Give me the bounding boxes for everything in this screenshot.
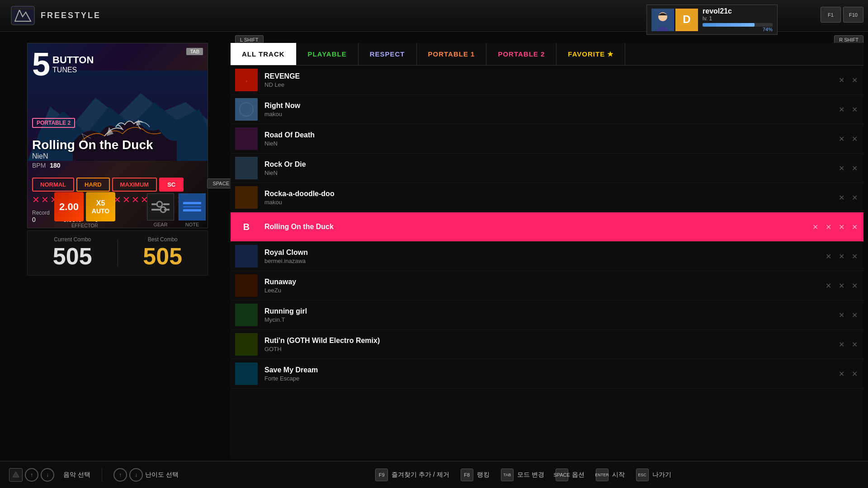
track-action-1[interactable]: ✕ [837, 192, 846, 203]
track-action-1[interactable]: ✕ [837, 368, 846, 380]
track-action-1[interactable]: ✕ [824, 251, 833, 262]
track-item[interactable]: Running girl Mycin.T ✕ ✕ [231, 300, 863, 330]
track-name: Ruti'n (GOTH Wild Electro Remix) [264, 337, 830, 345]
tab-badge[interactable]: TAB [186, 48, 203, 55]
track-name: Right Now [264, 102, 830, 110]
track-item[interactable]: Rock Or Die NieN ✕ ✕ [231, 154, 863, 183]
track-action-2[interactable]: ✕ [850, 104, 859, 115]
bottom-controls: SPACE 2.00 X5 AUTO EFFECTOR [54, 192, 235, 228]
track-name: Running girl [264, 307, 830, 315]
track-action-1[interactable]: ✕ [837, 104, 846, 115]
track-thumbnail [235, 186, 258, 209]
track-item[interactable]: Rocka-a-doodle-doo makou ✕ ✕ [231, 183, 863, 212]
track-action-2[interactable]: ✕ [850, 163, 859, 174]
note-icon-box[interactable] [179, 193, 206, 221]
normal-button[interactable]: NORMAL [32, 178, 74, 192]
enter-key[interactable]: ENTER [596, 469, 609, 481]
track-action-1[interactable]: ✕ [811, 221, 820, 233]
track-action-1[interactable]: ✕ [837, 339, 846, 350]
track-action-2[interactable]: ✕ [850, 192, 859, 203]
tunes-label: TUNES [52, 66, 94, 74]
track-action-3[interactable]: ✕ [850, 251, 859, 262]
track-actions: ✕ ✕ [837, 133, 859, 145]
space-key[interactable]: SPACE [556, 469, 568, 481]
song-title-area: Rolling On the Duck NieN BPM 180 [32, 138, 153, 169]
nav-f8[interactable]: F8 랭킹 [461, 469, 490, 481]
track-info: REVENGE ND Lee [258, 72, 837, 88]
tab-key[interactable]: TAB [501, 469, 514, 481]
tab-respect[interactable]: RESPECT [359, 43, 417, 65]
maximum-button[interactable]: MAXIMUM [112, 178, 157, 192]
avatar-container: D [651, 9, 698, 31]
track-item[interactable]: ♪ REVENGE ND Lee ✕ ✕ [231, 66, 863, 95]
esc-key[interactable]: ESC [636, 469, 649, 481]
track-name: Rock Or Die [264, 160, 830, 169]
track-item[interactable]: Road Of Death NieN ✕ ✕ [231, 124, 863, 154]
track-action-1[interactable]: ✕ [837, 133, 846, 145]
track-action-3[interactable]: ✕ [837, 221, 846, 233]
b-logo-icon: B [239, 219, 255, 235]
tab-favorite[interactable]: FAVORITE ★ [557, 43, 625, 65]
track-item[interactable]: Save My Dream Forte Escape ✕ ✕ [231, 359, 863, 389]
bottom-center: F9 즐겨찾기 추가 / 제거 F8 랭킹 TAB 모드 변경 SPACE 옵션… [188, 469, 859, 481]
track-artist: NieN [264, 169, 830, 176]
sc-button[interactable]: SC [159, 178, 184, 192]
track-action-2[interactable]: ✕ [837, 251, 846, 262]
bpm-label: BPM [32, 162, 46, 169]
track-action-2[interactable]: ✕ [824, 221, 833, 233]
f9-key[interactable]: F9 [375, 469, 388, 481]
track-action-2[interactable]: ✕ [850, 310, 859, 321]
nav-tab[interactable]: TAB 모드 변경 [501, 469, 544, 481]
track-action-1[interactable]: ✕ [837, 310, 846, 321]
track-action-4[interactable]: ✕ [850, 221, 859, 233]
track-item-selected[interactable]: B Rolling On the Duck ✕ ✕ ✕ ✕ [231, 212, 863, 242]
user-level: lv. 1 [703, 15, 773, 22]
tab-playable[interactable]: PLAYABLE [297, 43, 359, 65]
star-2: ✕ [41, 194, 49, 205]
tab-portable2[interactable]: PORTABLE 2 [486, 43, 557, 65]
track-action-3[interactable]: ✕ [850, 280, 859, 291]
track-artist: GOTH [264, 346, 830, 352]
f1-key[interactable]: F1 [821, 7, 841, 23]
track-action-2[interactable]: ✕ [850, 368, 859, 380]
svg-text:♪: ♪ [245, 79, 247, 83]
track-name: Runaway [264, 278, 817, 286]
xp-percent: 74% [703, 27, 773, 32]
f8-key[interactable]: F8 [461, 469, 473, 481]
xp-bar [703, 23, 755, 27]
gear-section: GEAR [147, 193, 174, 227]
track-action-1[interactable]: ✕ [837, 75, 846, 86]
track-thumbnail [235, 157, 258, 179]
track-thumbnail: B [235, 216, 258, 238]
button-tunes-labels: BUTTON TUNES [52, 54, 94, 74]
record-stat: Record 0 [32, 210, 50, 223]
track-action-1[interactable]: ✕ [824, 280, 833, 291]
track-action-1[interactable]: ✕ [837, 163, 846, 174]
track-action-2[interactable]: ✕ [850, 133, 859, 145]
nav-enter[interactable]: ENTER 시작 [596, 469, 625, 481]
nav-f9[interactable]: F9 즐겨찾기 추가 / 제거 [375, 469, 449, 481]
track-action-2[interactable]: ✕ [850, 339, 859, 350]
tab-all-track[interactable]: ALL TRACK [231, 43, 297, 65]
track-item[interactable]: Royal Clown bermei.inazawa ✕ ✕ ✕ [231, 242, 863, 271]
note-section: NOTE [179, 193, 206, 227]
gear-label: GEAR [153, 222, 167, 227]
hard-button[interactable]: HARD [76, 178, 110, 192]
track-actions: ✕ ✕ [837, 192, 859, 203]
fever-box[interactable]: X5 AUTO [86, 192, 115, 221]
nav-esc[interactable]: ESC 나가기 [636, 469, 671, 481]
track-action-2[interactable]: ✕ [850, 75, 859, 86]
nav-space[interactable]: SPACE 옵션 [556, 469, 585, 481]
f10-key[interactable]: F10 [843, 7, 863, 23]
best-combo-value: 505 [143, 243, 182, 270]
record-value: 0 [32, 216, 50, 223]
track-item[interactable]: Right Now makou ✕ ✕ [231, 95, 863, 124]
avatar-character [651, 9, 674, 31]
track-item[interactable]: Runaway LeeZu ✕ ✕ ✕ [231, 271, 863, 300]
tab-portable1[interactable]: PORTABLE 1 [417, 43, 487, 65]
gear-icon-box[interactable] [147, 193, 174, 221]
track-item[interactable]: Ruti'n (GOTH Wild Electro Remix) GOTH ✕ … [231, 330, 863, 359]
speed-box[interactable]: 2.00 [54, 192, 84, 221]
left-panel: 5 BUTTON TUNES TAB PORTABLE 2 Rolling On… [27, 43, 208, 319]
track-action-2[interactable]: ✕ [837, 280, 846, 291]
